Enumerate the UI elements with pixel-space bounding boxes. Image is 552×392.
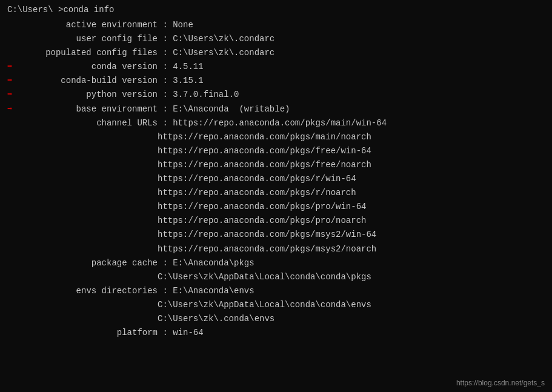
row-label (7, 214, 158, 228)
row-label: populated config files (7, 46, 158, 60)
row-value: https://repo.anaconda.com/pkgs/free/win-… (158, 144, 371, 158)
info-row-conda-build: ➡ conda-build version : 3.15.1 (7, 74, 545, 88)
row-value: 3.15.1 (173, 74, 203, 88)
info-row-pkg-cache2: C:\Users\zk\AppData\Local\conda\conda\pk… (7, 270, 545, 284)
row-label (7, 242, 158, 256)
info-row-envs-dir2: C:\Users\zk\AppData\Local\conda\conda\en… (7, 298, 545, 312)
row-separator: : (158, 46, 173, 60)
row-separator: : (158, 116, 173, 130)
info-row-channel-url3: https://repo.anaconda.com/pkgs/free/win-… (7, 144, 545, 158)
row-value: https://repo.anaconda.com/pkgs/r/win-64 (158, 172, 356, 186)
row-value: None (173, 18, 193, 32)
row-label (7, 172, 158, 186)
row-label (7, 144, 158, 158)
info-row-channel-url1: channel URLs : https://repo.anaconda.com… (7, 116, 545, 130)
info-row-conda-ver: ➡ conda version : 4.5.11 (7, 60, 545, 74)
info-row-pop-config: populated config files : C:\Users\zk\.co… (7, 46, 545, 60)
info-row-base-env: ➡ base environment : E:\Anaconda (writab… (7, 102, 545, 116)
info-row-active-env: active environment : None (7, 18, 545, 32)
info-row-platform: platform : win-64 (7, 326, 545, 340)
row-value: https://repo.anaconda.com/pkgs/main/noar… (158, 130, 371, 144)
info-row-channel-url8: https://repo.anaconda.com/pkgs/pro/noarc… (7, 214, 545, 228)
row-label: package cache (7, 256, 158, 270)
row-value: https://repo.anaconda.com/pkgs/main/win-… (173, 116, 387, 130)
row-label (7, 298, 158, 312)
row-value: win-64 (173, 326, 203, 340)
row-value: https://repo.anaconda.com/pkgs/pro/noarc… (158, 214, 366, 228)
row-label (7, 130, 158, 144)
row-value: E:\Anaconda (writable) (173, 102, 290, 116)
watermark: https://blog.csdn.net/gets_s (456, 379, 545, 387)
row-label: envs directories (7, 284, 158, 298)
row-label (7, 158, 158, 172)
info-row-channel-url4: https://repo.anaconda.com/pkgs/free/noar… (7, 158, 545, 172)
info-row-envs-dir1: envs directories : E:\Anaconda\envs (7, 284, 545, 298)
row-separator: : (158, 32, 173, 46)
row-separator: : (158, 60, 173, 74)
info-row-envs-dir3: C:\Users\zk\.conda\envs (7, 312, 545, 326)
info-row-user-config: user config file : C:\Users\zk\.condarc (7, 32, 545, 46)
row-value: https://repo.anaconda.com/pkgs/free/noar… (158, 158, 371, 172)
info-row-channel-url2: https://repo.anaconda.com/pkgs/main/noar… (7, 130, 545, 144)
info-row-channel-url10: https://repo.anaconda.com/pkgs/msys2/noa… (7, 242, 545, 256)
row-label (7, 270, 158, 284)
row-label (7, 312, 158, 326)
output-container: active environment : None user config fi… (7, 18, 545, 340)
row-value: C:\Users\zk\.condarc (173, 46, 274, 60)
row-label: active environment (7, 18, 158, 32)
row-separator: : (158, 284, 173, 298)
row-separator: : (158, 74, 173, 88)
info-row-python-ver: ➡ python version : 3.7.0.final.0 (7, 88, 545, 102)
info-row-channel-url6: https://repo.anaconda.com/pkgs/r/noarch (7, 186, 545, 200)
row-label: base environment (7, 102, 158, 116)
row-separator: : (158, 18, 173, 32)
info-row-channel-url5: https://repo.anaconda.com/pkgs/r/win-64 (7, 172, 545, 186)
prompt-line: C:\Users\ >conda info (7, 5, 545, 15)
red-arrow-icon: ➡ (7, 60, 12, 74)
red-arrow-icon: ➡ (7, 88, 12, 102)
row-separator: : (158, 256, 173, 270)
row-label: platform (7, 326, 158, 340)
terminal-window: C:\Users\ >conda info active environment… (0, 0, 552, 392)
row-value: 3.7.0.final.0 (173, 88, 239, 102)
row-separator: : (158, 88, 173, 102)
row-separator: : (158, 326, 173, 340)
info-row-channel-url7: https://repo.anaconda.com/pkgs/pro/win-6… (7, 200, 545, 214)
row-label: user config file (7, 32, 158, 46)
row-value: https://repo.anaconda.com/pkgs/msys2/noa… (158, 242, 376, 256)
row-value: 4.5.11 (173, 60, 203, 74)
row-label: conda-build version (7, 74, 158, 88)
row-value: C:\Users\zk\AppData\Local\conda\conda\pk… (158, 270, 371, 284)
row-label: python version (7, 88, 158, 102)
row-value: C:\Users\zk\.conda\envs (158, 312, 274, 326)
red-arrow-icon: ➡ (7, 102, 12, 116)
row-label (7, 186, 158, 200)
row-label (7, 228, 158, 242)
info-row-pkg-cache1: package cache : E:\Anaconda\pkgs (7, 256, 545, 270)
row-value: E:\Anaconda\pkgs (173, 256, 254, 270)
info-row-channel-url9: https://repo.anaconda.com/pkgs/msys2/win… (7, 228, 545, 242)
row-value: https://repo.anaconda.com/pkgs/msys2/win… (158, 228, 376, 242)
row-label: conda version (7, 60, 158, 74)
row-label (7, 200, 158, 214)
row-value: E:\Anaconda\envs (173, 284, 254, 298)
row-separator: : (158, 102, 173, 116)
red-arrow-icon: ➡ (7, 74, 12, 88)
row-value: https://repo.anaconda.com/pkgs/pro/win-6… (158, 200, 366, 214)
row-label: channel URLs (7, 116, 158, 130)
row-value: C:\Users\zk\AppData\Local\conda\conda\en… (158, 298, 371, 312)
row-value: https://repo.anaconda.com/pkgs/r/noarch (158, 186, 356, 200)
row-value: C:\Users\zk\.condarc (173, 32, 274, 46)
